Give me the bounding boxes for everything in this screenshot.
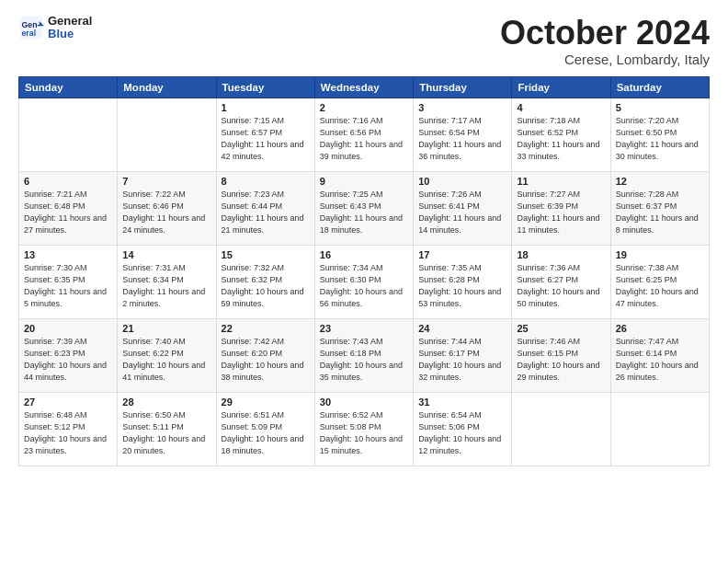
day-info: Sunrise: 7:28 AM Sunset: 6:37 PM Dayligh… [616,189,704,236]
month-title: October 2024 [500,15,710,52]
weekday-header-friday: Friday [512,76,610,98]
weekday-header-saturday: Saturday [610,76,709,98]
calendar-cell: 30Sunrise: 6:52 AM Sunset: 5:08 PM Dayli… [314,392,413,465]
calendar-body: 1Sunrise: 7:15 AM Sunset: 6:57 PM Daylig… [19,98,710,465]
calendar-week-row: 6Sunrise: 7:21 AM Sunset: 6:48 PM Daylig… [19,171,710,245]
calendar-week-row: 1Sunrise: 7:15 AM Sunset: 6:57 PM Daylig… [19,98,710,171]
day-number: 31 [418,396,506,408]
day-number: 9 [320,176,408,187]
location-subtitle: Cerese, Lombardy, Italy [500,52,710,67]
day-number: 12 [616,176,704,187]
day-info: Sunrise: 7:20 AM Sunset: 6:50 PM Dayligh… [616,115,704,163]
day-number: 21 [122,323,210,334]
day-number: 29 [222,396,310,408]
day-info: Sunrise: 6:48 AM Sunset: 5:12 PM Dayligh… [24,409,112,457]
logo-icon: Gen- eral [18,15,44,40]
day-info: Sunrise: 7:35 AM Sunset: 6:28 PM Dayligh… [418,262,506,310]
calendar-cell: 31Sunrise: 6:54 AM Sunset: 5:06 PM Dayli… [414,392,512,465]
day-info: Sunrise: 6:52 AM Sunset: 5:08 PM Dayligh… [320,409,408,457]
calendar-cell [19,98,118,171]
day-number: 6 [24,176,112,187]
day-info: Sunrise: 7:47 AM Sunset: 6:14 PM Dayligh… [616,336,704,384]
calendar-cell: 11Sunrise: 7:27 AM Sunset: 6:39 PM Dayli… [512,171,610,245]
day-number: 15 [222,249,310,260]
day-number: 16 [320,249,408,260]
day-info: Sunrise: 7:15 AM Sunset: 6:57 PM Dayligh… [222,115,310,163]
calendar-cell: 24Sunrise: 7:44 AM Sunset: 6:17 PM Dayli… [414,318,512,392]
calendar-cell: 1Sunrise: 7:15 AM Sunset: 6:57 PM Daylig… [216,98,314,171]
calendar-cell: 25Sunrise: 7:46 AM Sunset: 6:15 PM Dayli… [512,318,610,392]
day-info: Sunrise: 7:26 AM Sunset: 6:41 PM Dayligh… [418,189,506,236]
day-info: Sunrise: 7:32 AM Sunset: 6:32 PM Dayligh… [222,262,310,310]
day-info: Sunrise: 6:54 AM Sunset: 5:06 PM Dayligh… [418,409,506,457]
calendar-cell: 16Sunrise: 7:34 AM Sunset: 6:30 PM Dayli… [314,245,413,318]
calendar-cell [118,98,216,171]
calendar-cell: 19Sunrise: 7:38 AM Sunset: 6:25 PM Dayli… [610,245,709,318]
calendar-cell [610,392,709,465]
calendar-cell: 18Sunrise: 7:36 AM Sunset: 6:27 PM Dayli… [512,245,610,318]
day-number: 18 [517,249,605,260]
calendar-cell: 13Sunrise: 7:30 AM Sunset: 6:35 PM Dayli… [19,245,118,318]
day-info: Sunrise: 7:21 AM Sunset: 6:48 PM Dayligh… [24,189,112,236]
calendar-cell: 29Sunrise: 6:51 AM Sunset: 5:09 PM Dayli… [216,392,314,465]
day-number: 11 [517,176,605,187]
calendar-cell: 2Sunrise: 7:16 AM Sunset: 6:56 PM Daylig… [314,98,413,171]
day-info: Sunrise: 7:44 AM Sunset: 6:17 PM Dayligh… [418,336,506,384]
calendar-week-row: 13Sunrise: 7:30 AM Sunset: 6:35 PM Dayli… [19,245,710,318]
calendar-week-row: 27Sunrise: 6:48 AM Sunset: 5:12 PM Dayli… [19,392,710,465]
day-number: 5 [616,102,704,113]
page: Gen- eral General Blue October 2024 Cere… [0,0,728,476]
day-info: Sunrise: 7:31 AM Sunset: 6:34 PM Dayligh… [122,262,210,310]
day-number: 20 [24,323,112,334]
calendar-cell: 6Sunrise: 7:21 AM Sunset: 6:48 PM Daylig… [19,171,118,245]
logo-line2: Blue [48,28,92,40]
calendar-cell: 7Sunrise: 7:22 AM Sunset: 6:46 PM Daylig… [118,171,216,245]
day-info: Sunrise: 7:17 AM Sunset: 6:54 PM Dayligh… [418,115,506,163]
day-number: 1 [222,102,310,113]
calendar-week-row: 20Sunrise: 7:39 AM Sunset: 6:23 PM Dayli… [19,318,710,392]
calendar-cell: 5Sunrise: 7:20 AM Sunset: 6:50 PM Daylig… [610,98,709,171]
day-info: Sunrise: 7:22 AM Sunset: 6:46 PM Dayligh… [122,189,210,236]
day-number: 25 [517,323,605,334]
logo-line1: General [48,15,92,28]
weekday-header-thursday: Thursday [414,76,512,98]
weekday-header-sunday: Sunday [19,76,118,98]
day-number: 8 [222,176,310,187]
calendar-cell: 22Sunrise: 7:42 AM Sunset: 6:20 PM Dayli… [216,318,314,392]
header: Gen- eral General Blue October 2024 Cere… [18,15,710,67]
day-info: Sunrise: 7:46 AM Sunset: 6:15 PM Dayligh… [517,336,605,384]
logo-text: General Blue [48,15,92,41]
day-number: 2 [320,102,408,113]
calendar-cell: 26Sunrise: 7:47 AM Sunset: 6:14 PM Dayli… [610,318,709,392]
day-number: 19 [616,249,704,260]
day-number: 3 [418,102,506,113]
weekday-header-monday: Monday [118,76,216,98]
calendar-cell [512,392,610,465]
day-number: 4 [517,102,605,113]
calendar-table: SundayMondayTuesdayWednesdayThursdayFrid… [18,76,710,466]
day-number: 10 [418,176,506,187]
day-number: 17 [418,249,506,260]
logo: Gen- eral General Blue [18,15,92,41]
day-info: Sunrise: 7:40 AM Sunset: 6:22 PM Dayligh… [122,336,210,384]
day-info: Sunrise: 7:23 AM Sunset: 6:44 PM Dayligh… [222,189,310,236]
day-number: 13 [24,249,112,260]
weekday-header-row: SundayMondayTuesdayWednesdayThursdayFrid… [19,76,710,98]
calendar-cell: 27Sunrise: 6:48 AM Sunset: 5:12 PM Dayli… [19,392,118,465]
calendar-cell: 17Sunrise: 7:35 AM Sunset: 6:28 PM Dayli… [414,245,512,318]
calendar-cell: 8Sunrise: 7:23 AM Sunset: 6:44 PM Daylig… [216,171,314,245]
day-info: Sunrise: 7:25 AM Sunset: 6:43 PM Dayligh… [320,189,408,236]
weekday-header-wednesday: Wednesday [314,76,413,98]
day-number: 26 [616,323,704,334]
day-info: Sunrise: 7:18 AM Sunset: 6:52 PM Dayligh… [517,115,605,163]
day-info: Sunrise: 7:38 AM Sunset: 6:25 PM Dayligh… [616,262,704,310]
calendar-cell: 28Sunrise: 6:50 AM Sunset: 5:11 PM Dayli… [118,392,216,465]
calendar-cell: 15Sunrise: 7:32 AM Sunset: 6:32 PM Dayli… [216,245,314,318]
day-number: 24 [418,323,506,334]
calendar-cell: 20Sunrise: 7:39 AM Sunset: 6:23 PM Dayli… [19,318,118,392]
calendar-cell: 23Sunrise: 7:43 AM Sunset: 6:18 PM Dayli… [314,318,413,392]
svg-text:eral: eral [22,29,37,38]
weekday-header-tuesday: Tuesday [216,76,314,98]
day-info: Sunrise: 7:43 AM Sunset: 6:18 PM Dayligh… [320,336,408,384]
day-number: 28 [122,396,210,408]
